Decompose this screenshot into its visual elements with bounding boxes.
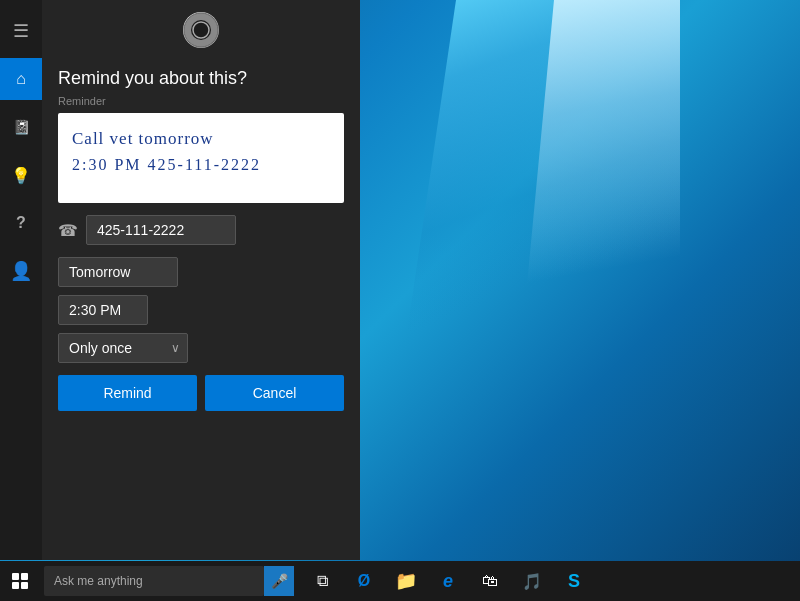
edge-icon[interactable]: e — [428, 561, 468, 601]
windows-logo-icon — [12, 573, 28, 589]
sidebar-item-user[interactable]: 👤 — [0, 250, 42, 292]
store-icon[interactable]: 🛍 — [470, 561, 510, 601]
sidebar-item-notebook[interactable]: 📓 — [0, 106, 42, 148]
action-buttons: Remind Cancel — [42, 363, 360, 423]
taskbar-search-box[interactable]: Ask me anything — [44, 566, 264, 596]
taskbar: Ask me anything 🎤 ⧉ Ø 📁 e 🛍 🎵 S — [0, 561, 800, 601]
handwriting-line1: Call vet tomorrow — [72, 125, 330, 152]
svg-point-1 — [191, 20, 211, 40]
sidebar-item-home[interactable]: ⌂ — [0, 58, 42, 100]
sidebar-item-help[interactable]: ? — [0, 202, 42, 244]
phone-input[interactable] — [86, 215, 236, 245]
sidebar-item-hamburger[interactable]: ☰ — [0, 10, 42, 52]
cortana-header — [42, 0, 360, 60]
handwriting-line2: 2:30 PM 425-111-2222 — [72, 152, 330, 178]
media-player-icon[interactable]: 🎵 — [512, 561, 552, 601]
sidebar: ☰ ⌂ 📓 💡 ? 👤 — [0, 0, 42, 560]
repeat-select[interactable]: Only once Every day Every week Every mon… — [58, 333, 188, 363]
file-explorer-icon[interactable]: 📁 — [386, 561, 426, 601]
cortana-panel: ☰ ⌂ 📓 💡 ? 👤 Remind you about this? Remin… — [0, 0, 360, 560]
skype-icon[interactable]: S — [554, 561, 594, 601]
form-section: ☎ Only once Every day Every week Every — [42, 215, 360, 363]
repeat-select-wrapper[interactable]: Only once Every day Every week Every mon… — [58, 333, 188, 363]
remind-button[interactable]: Remind — [58, 375, 197, 411]
outlook-icon[interactable]: Ø — [344, 561, 384, 601]
task-view-button[interactable]: ⧉ — [302, 561, 342, 601]
phone-field-row: ☎ — [58, 215, 344, 249]
cortana-main-content: Remind you about this? Reminder Call vet… — [42, 0, 360, 560]
date-field-row — [58, 257, 344, 287]
repeat-field-row: Only once Every day Every week Every mon… — [58, 333, 344, 363]
cortana-logo — [183, 12, 219, 48]
reminder-label: Reminder — [42, 93, 360, 113]
mic-icon: 🎤 — [271, 573, 288, 589]
handwriting-area: Call vet tomorrow 2:30 PM 425-111-2222 — [58, 113, 344, 203]
taskbar-pinned-icons: ⧉ Ø 📁 e 🛍 🎵 S — [302, 561, 594, 601]
start-button[interactable] — [0, 561, 40, 601]
cortana-title: Remind you about this? — [42, 60, 360, 93]
search-placeholder-text: Ask me anything — [54, 574, 143, 588]
phone-icon: ☎ — [58, 221, 78, 240]
time-field-row — [58, 295, 344, 325]
cancel-button[interactable]: Cancel — [205, 375, 344, 411]
taskbar-mic-button[interactable]: 🎤 — [264, 566, 294, 596]
time-input[interactable] — [58, 295, 148, 325]
date-input[interactable] — [58, 257, 178, 287]
sidebar-item-reminders[interactable]: 💡 — [0, 154, 42, 196]
